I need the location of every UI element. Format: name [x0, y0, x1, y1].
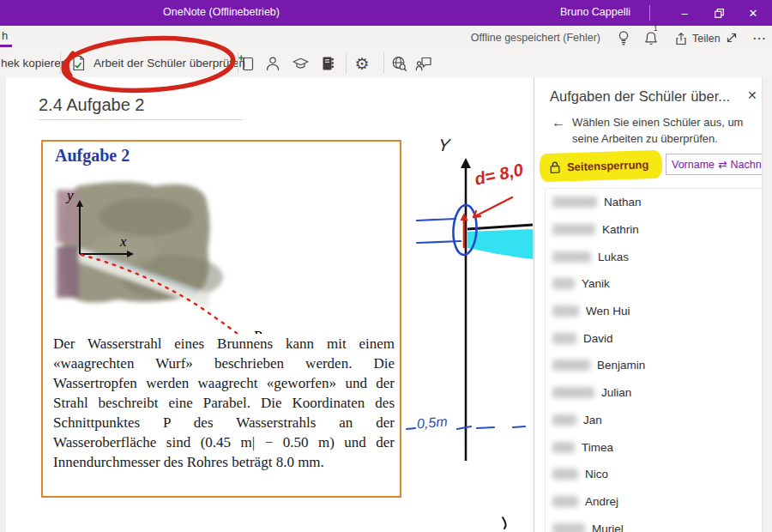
people-chat-icon [415, 55, 433, 72]
page-title[interactable]: 2.4 Aufgabe 2 [39, 95, 144, 115]
redacted-lastname [552, 414, 576, 426]
review-student-work-button[interactable]: Arbeit der Schüler überprüfen [70, 51, 245, 75]
lightbulb-button[interactable] [612, 27, 635, 48]
student-row[interactable]: Andrej [546, 488, 762, 516]
more-options-button[interactable]: ⋯ [748, 27, 770, 48]
diameter-note: d= 8,0 [473, 160, 525, 189]
student-first-name: Nico [585, 468, 608, 481]
panel-close-icon[interactable]: ✕ [747, 88, 757, 102]
graduation-cap-icon [292, 56, 310, 71]
student-row[interactable]: David [546, 324, 762, 352]
name-sort-toggle[interactable]: Vorname ⇄ Nachname [666, 154, 772, 175]
minimize-button[interactable]: – [670, 0, 699, 26]
back-arrow-icon[interactable]: ← [552, 115, 565, 130]
expand-icon [725, 31, 739, 45]
student-row[interactable]: Kathrin [546, 216, 762, 244]
close-button[interactable]: ✕ [739, 0, 768, 26]
title-bar: OneNote (Offlinebetrieb) Bruno Cappelli … [0, 0, 772, 26]
task-frame: Aufgabe 2 [41, 140, 401, 498]
active-tab-indicator [0, 45, 12, 47]
redacted-lastname [552, 251, 591, 263]
lightbulb-icon [616, 29, 631, 46]
blue-upper-line [417, 219, 455, 221]
student-row[interactable]: Jan [546, 407, 762, 434]
notebook-icon [319, 55, 336, 72]
redacted-lastname [552, 523, 585, 532]
student-row[interactable]: Julian [546, 379, 762, 407]
redacted-lastname [552, 442, 575, 453]
lock-icon [550, 160, 560, 173]
redacted-lastname [552, 360, 590, 371]
blue-lower-line [417, 241, 461, 243]
redacted-lastname [552, 196, 597, 208]
page-lock-label: Seitensperrung [567, 158, 649, 173]
restore-icon [715, 9, 724, 18]
ribbon: hek kopieren Arbeit der Schüler überprüf… [0, 49, 772, 78]
student-first-name: Lukas [598, 251, 629, 263]
restore-button[interactable] [704, 0, 733, 26]
panel-title: Aufgaben der Schüler über... [550, 88, 745, 105]
signed-in-user: Bruno Cappelli [560, 6, 630, 18]
student-view-button[interactable] [262, 53, 283, 74]
pipe-line [467, 225, 533, 229]
panel-instruction: Wählen Sie einen Schüler aus, um seine A… [572, 115, 763, 148]
student-first-name: Benjamin [597, 359, 645, 372]
ribbon-divider [383, 52, 384, 74]
share-label: Teilen [692, 33, 721, 45]
ribbon-divider [346, 52, 347, 74]
student-row[interactable]: Benjamin [546, 352, 762, 379]
web-lookup-button[interactable] [389, 53, 409, 74]
student-first-name: Jan [583, 414, 602, 426]
canvas-left-margin [0, 77, 6, 532]
red-pointer-line [473, 197, 512, 217]
redacted-lastname [552, 496, 578, 507]
student-first-name: Wen Hui [586, 305, 630, 317]
swap-icon: ⇄ [718, 158, 727, 171]
notebook-button[interactable] [317, 53, 338, 74]
axis-y-label: y [65, 187, 74, 203]
person-icon [264, 55, 281, 72]
add-notebook-icon [238, 55, 256, 72]
redacted-lastname [552, 469, 578, 480]
student-row[interactable]: Yanik [546, 270, 762, 298]
notification-count: 1 [654, 24, 658, 33]
share-icon [674, 32, 688, 45]
student-first-name: Muriel [592, 523, 624, 532]
redacted-lastname [552, 333, 576, 344]
add-page-button[interactable] [237, 53, 257, 74]
task-text: Der Wasserstrahl eines Brunnens kann mit… [53, 334, 395, 472]
stray-ink-stroke [503, 517, 506, 529]
window-title: OneNote (Offlinebetrieb) [163, 6, 280, 18]
depth-note: 0,5m [416, 414, 448, 432]
student-row[interactable]: Nathan [546, 189, 762, 216]
share-button[interactable]: Teilen [674, 32, 721, 45]
student-first-name: Andrej [585, 495, 618, 508]
student-first-name: Nathan [604, 196, 642, 209]
panel-scrollbar-track[interactable] [762, 77, 772, 532]
student-first-name: Kathrin [602, 223, 639, 236]
ribbon-tab-fragment[interactable]: h [2, 29, 8, 42]
globe-search-icon [390, 55, 408, 73]
onenote-window: OneNote (Offlinebetrieb) Bruno Cappelli … [0, 0, 772, 532]
page-title-underline [39, 119, 243, 120]
student-list: Nathan Kathrin Lukas Yanik Wen Hui David [545, 188, 762, 532]
redacted-lastname [552, 305, 579, 317]
cyan-highlight-stripe [467, 229, 533, 259]
document-check-icon [70, 54, 87, 72]
student-row[interactable]: Nico [546, 461, 762, 488]
student-row[interactable]: Lukas [546, 243, 762, 270]
fullscreen-button[interactable] [721, 27, 743, 48]
notifications-button[interactable]: 1 [640, 27, 662, 48]
teacher-only-button[interactable] [290, 53, 311, 74]
hand-y-axis-label: Y [437, 136, 451, 155]
task-title: Aufgabe 2 [55, 146, 130, 166]
settings-button[interactable]: ⚙ [352, 53, 372, 74]
student-row[interactable]: Wen Hui [546, 298, 762, 325]
page-lock-toggle[interactable]: Seitensperrung [540, 150, 663, 182]
feedback-button[interactable] [413, 53, 434, 74]
student-row[interactable]: Timea [546, 433, 762, 461]
quick-toolbar: h Offline gespeichert (Fehler) 1 Teilen [0, 26, 772, 49]
student-first-name: David [583, 332, 613, 345]
copy-command-fragment[interactable]: hek kopieren [1, 57, 67, 70]
student-row[interactable]: Muriel [546, 515, 762, 532]
